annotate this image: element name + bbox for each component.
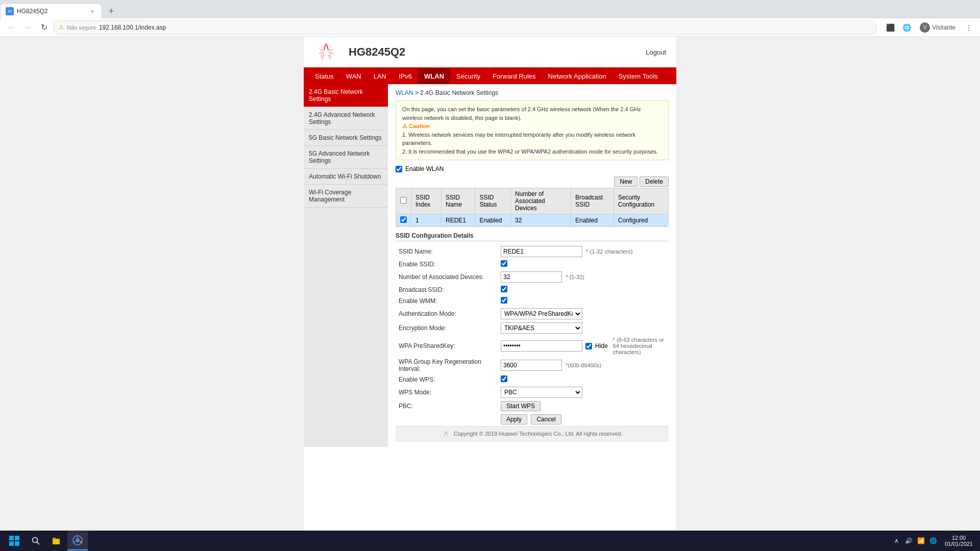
ssid-name-label: SSID Name:: [396, 244, 498, 259]
col-ssid-name: SSID Name: [442, 188, 475, 214]
start-button[interactable]: [4, 531, 24, 550]
enable-wmm-checkbox[interactable]: [501, 297, 507, 304]
logout-button[interactable]: Logout: [646, 48, 666, 56]
address-bar[interactable]: ⚠ Não seguro 192.168.100.1/index.asp: [53, 20, 877, 35]
nav-item-wlan[interactable]: WLAN: [418, 68, 450, 84]
wps-mode-select[interactable]: PBC PIN: [501, 387, 582, 398]
col-security-config: Security Configuration: [614, 188, 668, 214]
sidebar: 2.4G Basic Network Settings 2.4G Advance…: [304, 84, 388, 447]
cancel-button[interactable]: Cancel: [531, 414, 561, 424]
auth-mode-select[interactable]: WPA/WPA2 PreSharedKey WPA2 PreSharedKey …: [501, 308, 582, 319]
encryption-mode-select[interactable]: TKIP&AES AES TKIP: [501, 322, 582, 334]
delete-button[interactable]: Delete: [640, 177, 669, 187]
wpa-hide-checkbox[interactable]: [585, 343, 592, 349]
browser-tab[interactable]: H HG8245Q2 ×: [0, 3, 102, 18]
new-tab-button[interactable]: +: [104, 4, 118, 18]
router-model: HG8245Q2: [349, 45, 405, 59]
wps-mode-label: WPS Mode:: [396, 385, 498, 399]
taskbar-files-button[interactable]: [47, 531, 65, 550]
extensions-button[interactable]: ⬛: [883, 20, 897, 35]
profile-button[interactable]: V Visitante: [916, 21, 960, 34]
nav-item-security[interactable]: Security: [450, 68, 486, 84]
row-associated-devices: 32: [511, 214, 571, 227]
wpa-key-input[interactable]: [501, 340, 582, 352]
wpa-key-row: Hide * (8-63 characters or 64 hexadecima…: [501, 337, 666, 355]
col-associated-devices: Number of Associated Devices: [511, 188, 571, 214]
col-ssid-index: SSID Index: [411, 188, 442, 214]
tab-close-button[interactable]: ×: [88, 7, 96, 15]
breadcrumb-parent[interactable]: WLAN: [396, 89, 413, 96]
reload-button[interactable]: ↻: [37, 20, 51, 35]
footer-text: Copyright © 2019 Huawei Technologies Co.…: [454, 431, 623, 437]
sidebar-item-auto-shutdown[interactable]: Automatic Wi-Fi Shutdown: [304, 169, 388, 185]
row-checkbox[interactable]: [400, 216, 407, 223]
menu-button[interactable]: ⋮: [962, 20, 976, 35]
config-row-num-associated: Number of Associated Devices: * (1-32): [396, 270, 669, 284]
table-row[interactable]: 1 REDE1 Enabled 32 Enabled Configured: [396, 214, 669, 227]
select-all-checkbox[interactable]: [400, 197, 407, 204]
sidebar-item-5g-advanced[interactable]: 5G Advanced Network Settings: [304, 146, 388, 169]
num-associated-input[interactable]: [501, 271, 562, 283]
clock-date: 01/01/2021: [945, 541, 973, 547]
config-row-auth-mode: Authentication Mode: WPA/WPA2 PreSharedK…: [396, 307, 669, 321]
new-button[interactable]: New: [614, 177, 638, 187]
sidebar-item-2g-advanced[interactable]: 2.4G Advanced Network Settings: [304, 107, 388, 130]
taskbar-chrome-app[interactable]: [67, 531, 88, 550]
enable-wlan-checkbox[interactable]: [396, 166, 402, 172]
nav-item-forward-rules[interactable]: Forward Rules: [486, 68, 542, 84]
enable-ssid-label: Enable SSID:: [396, 259, 498, 270]
svg-rect-4: [15, 541, 19, 546]
row-security-config: Configured: [614, 214, 668, 227]
enable-ssid-checkbox[interactable]: [501, 260, 507, 267]
translate-button[interactable]: 🌐: [899, 20, 914, 35]
nav-bar: ← → ↻ ⚠ Não seguro 192.168.100.1/index.a…: [0, 18, 980, 37]
breadcrumb-current: 2.4G Basic Network Settings: [420, 89, 498, 96]
config-row-buttons: Apply Cancel: [396, 413, 669, 426]
taskbar: ∧ 🔊 📶 🌐 12:00 01/01/2021: [0, 531, 980, 551]
nav-item-lan[interactable]: LAN: [368, 68, 393, 84]
apply-button[interactable]: Apply: [501, 414, 527, 424]
broadcast-ssid-checkbox[interactable]: [501, 286, 507, 292]
col-ssid-status: SSID Status: [475, 188, 511, 214]
ssid-name-hint: * (1-32 characters): [586, 248, 632, 255]
row-checkbox-cell: [396, 214, 411, 227]
tray-arrow-icon[interactable]: ∧: [892, 536, 902, 546]
back-button[interactable]: ←: [4, 20, 18, 35]
ssid-name-input[interactable]: [501, 246, 582, 257]
nav-item-status[interactable]: Status: [309, 68, 340, 84]
page-content: HUAWEI HG8245Q2 Logout Status WAN LAN IP…: [0, 37, 980, 531]
sidebar-item-wifi-coverage[interactable]: Wi-Fi Coverage Management: [304, 185, 388, 208]
nav-item-wan[interactable]: WAN: [340, 68, 368, 84]
start-wps-button[interactable]: Start WPS: [501, 401, 541, 411]
taskbar-search-button[interactable]: [27, 531, 45, 550]
broadcast-ssid-label: Broadcast SSID:: [396, 284, 498, 295]
windows-logo-icon: [9, 536, 19, 546]
num-associated-hint: * (1-32): [566, 274, 584, 280]
wpa-group-input[interactable]: [501, 360, 562, 371]
config-row-encryption-mode: Encryption Mode: TKIP&AES AES TKIP: [396, 321, 669, 335]
profile-label: Visitante: [932, 24, 955, 31]
wpa-group-hint: *(600-86400s): [566, 362, 601, 368]
forward-button[interactable]: →: [20, 20, 35, 35]
tray-volume-icon[interactable]: 🔊: [904, 536, 914, 546]
config-row-enable-ssid: Enable SSID:: [396, 259, 669, 270]
tray-network-icon[interactable]: 📶: [916, 536, 926, 546]
nav-item-ipv6[interactable]: IPv6: [393, 68, 418, 84]
config-row-enable-wps: Enable WPS:: [396, 374, 669, 385]
info-note2: 2. It is recommended that you use the WP…: [402, 147, 662, 156]
insecure-icon: ⚠: [59, 24, 64, 31]
enable-wps-checkbox[interactable]: [501, 375, 507, 382]
nav-item-system-tools[interactable]: System Tools: [612, 68, 664, 84]
taskbar-clock[interactable]: 12:00 01/01/2021: [942, 535, 976, 547]
sidebar-item-5g-basic[interactable]: 5G Basic Network Settings: [304, 130, 388, 146]
svg-rect-1: [9, 536, 14, 540]
profile-avatar: V: [920, 22, 930, 33]
nav-menu: Status WAN LAN IPv6 WLAN Security Forwar…: [304, 68, 676, 84]
svg-rect-9: [53, 538, 56, 540]
huawei-logo-icon: HUAWEI: [314, 42, 338, 62]
tray-language-icon[interactable]: 🌐: [928, 536, 939, 546]
taskbar-right: ∧ 🔊 📶 🌐 12:00 01/01/2021: [892, 535, 976, 547]
wpa-group-label: WPA Group Key Regeneration Interval:: [396, 357, 498, 374]
nav-item-network-application[interactable]: Network Application: [542, 68, 612, 84]
sidebar-item-2g-basic[interactable]: 2.4G Basic Network Settings: [304, 84, 388, 107]
